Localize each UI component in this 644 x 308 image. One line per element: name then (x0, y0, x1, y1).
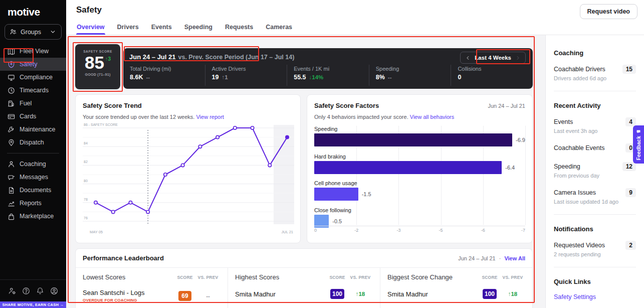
tab-events[interactable]: Events (151, 21, 172, 35)
factor-bar[interactable] (314, 161, 502, 174)
safety-settings-link[interactable]: Safety Settings (554, 293, 636, 300)
sidebar-item-fuel[interactable]: Fuel (0, 97, 66, 110)
page-header: Safety Request video Overview Drivers Ev… (66, 0, 644, 35)
leaderboard-row[interactable]: Smita Madhur 100 ↑18 (235, 289, 373, 299)
bell-icon[interactable] (36, 287, 44, 295)
axis-tick-label: -6 (481, 228, 485, 233)
tab-overview[interactable]: Overview (76, 21, 105, 35)
sidebar-item-label: Maintenance (20, 126, 56, 133)
notifications-heading: Notifications (554, 225, 636, 233)
groups-label: Groups (21, 29, 41, 36)
score-header: SCORE (327, 275, 348, 280)
view-all-behaviors-link[interactable]: View all behaviors (410, 114, 454, 120)
help-icon[interactable] (22, 287, 30, 295)
factor-value: -1.5 (362, 191, 371, 197)
item-subtext: Last issue updated 1d ago (554, 199, 636, 205)
biggest-score-change-column: Biggest Score Change SCORE VS. PREV Smit… (380, 268, 532, 308)
camera-issues-item[interactable]: Camera Issues 9 Last issue updated 1d ag… (554, 188, 636, 205)
feedback-tab[interactable]: Feedback (633, 125, 644, 164)
stats-row: Total Driving (mi) 8.6K-- Active Drivers… (123, 65, 533, 86)
requested-videos-item[interactable]: Requested Videos 2 2 requests pending (554, 241, 636, 257)
item-subtext: 2 requests pending (554, 251, 636, 257)
stat-delta: ↑1 (222, 74, 228, 80)
factor-bar[interactable] (314, 188, 358, 201)
sidebar-item-label: Reports (20, 200, 42, 207)
trend-card-title: Safety Score Trend (83, 102, 293, 109)
sidebar-item-label: Fleet View (20, 48, 49, 55)
left-sidebar: motive Groups Fleet View Safety Complian… (0, 0, 66, 308)
sidebar-footer (0, 279, 66, 301)
recent-activity-heading: Recent Activity (554, 102, 636, 109)
credit-card-icon (8, 113, 15, 120)
stat-total-driving: Total Driving (mi) 8.6K-- (123, 65, 205, 86)
sidebar-item-cards[interactable]: Cards (0, 110, 66, 123)
quick-links-heading: Quick Links (554, 278, 636, 285)
sidebar-item-fleet-view[interactable]: Fleet View (0, 45, 66, 58)
safety-score-factors-card: Safety Score Factors Jun 24 – Jul 21 Onl… (307, 94, 533, 243)
location-pin-icon (8, 139, 15, 146)
tab-requests[interactable]: Requests (225, 21, 254, 35)
safety-score-trend-card: Safety Score Trend Your score trended up… (75, 94, 301, 243)
admin-icon[interactable] (8, 287, 16, 295)
factors-gridline (525, 126, 526, 225)
sidebar-item-label: Fuel (20, 100, 32, 107)
factor-label: Cell phone usage (314, 180, 525, 186)
leaderboard-row[interactable]: Smita Madhur 100 ↑18 (387, 289, 525, 299)
account-icon[interactable] (50, 287, 58, 295)
performance-leaderboard-card: Performance Leaderboard Jun 24 – Jul 21 … (75, 248, 533, 308)
date-range-button[interactable]: Last 4 Weeks (460, 52, 526, 64)
events-item[interactable]: Events 4 Last event 3h ago (554, 117, 636, 134)
score-badge: 100 (483, 289, 497, 299)
coachable-events-item[interactable]: Coachable Events 0 (554, 143, 636, 152)
sidebar-item-label: Documents (20, 187, 51, 194)
tab-cameras[interactable]: Cameras (265, 21, 293, 35)
dot-separator: · (499, 255, 501, 261)
stat-label: Events / 1K mi (294, 66, 369, 72)
svg-text:82: 82 (84, 160, 88, 164)
factor-bar[interactable] (314, 133, 512, 146)
speeding-item[interactable]: Speeding 12 From previous day (554, 162, 636, 179)
monitor-icon (8, 74, 15, 81)
share-banner[interactable]: SHARE MOTIVE, EARN CASH → (0, 301, 66, 308)
tab-speeding[interactable]: Speeding (184, 21, 213, 35)
sidebar-item-maintenance[interactable]: Maintenance (0, 123, 66, 136)
vs-prev-header: VS. PREV (195, 275, 221, 280)
chevron-right-icon[interactable] (515, 55, 521, 61)
stat-delta: ↓14% (309, 74, 324, 80)
axis-tick-label: 0 (314, 228, 317, 233)
view-all-link[interactable]: View All (504, 255, 525, 261)
item-label: Requested Videos (554, 242, 605, 249)
view-report-link[interactable]: View report (196, 114, 224, 120)
item-subtext: Drivers added 6d ago (554, 75, 636, 81)
axis-tick-label: -3 (396, 228, 400, 233)
tab-drivers[interactable]: Drivers (117, 21, 139, 35)
leaderboard-row[interactable]: Sean Santschi - Logs OVERDUE FOR COACHIN… (83, 289, 221, 302)
sidebar-item-documents[interactable]: Documents (0, 184, 66, 197)
feedback-label: Feedback (635, 136, 641, 160)
chat-icon (8, 174, 15, 181)
coachable-drivers-item[interactable]: Coachable Drivers 15 Drivers added 6d ag… (554, 65, 636, 81)
sidebar-item-safety[interactable]: Safety (0, 58, 66, 71)
sidebar-item-reports[interactable]: Reports (0, 197, 66, 210)
stat-delta: -- (146, 74, 150, 80)
stat-value: 55.5 (294, 74, 306, 81)
panel-divider (554, 267, 636, 267)
sidebar-item-marketplace[interactable]: Marketplace (0, 210, 66, 223)
sidebar-item-label: Coaching (20, 161, 46, 168)
chevron-left-icon[interactable] (465, 55, 471, 61)
shield-icon (8, 61, 15, 68)
factor-label: Close following (314, 207, 525, 213)
comparison-period: vs. Prev. Score Period (Jun 17 – Jul 14) (178, 54, 295, 61)
sidebar-item-dispatch[interactable]: Dispatch (0, 136, 66, 149)
sidebar-item-timecards[interactable]: Timecards (0, 84, 66, 97)
trend-chart: 767880828486 - SAFETY SCOREMAY 05JUL 21 (83, 123, 294, 236)
stat-value: 8% (376, 74, 385, 81)
factor-row: Speeding-6.9 (314, 126, 525, 146)
request-video-button[interactable]: Request video (580, 4, 637, 19)
sidebar-item-compliance[interactable]: Compliance (0, 71, 66, 84)
factor-value: -0.5 (332, 218, 342, 224)
sidebar-item-coaching[interactable]: Coaching (0, 158, 66, 171)
sidebar-item-messages[interactable]: Messages (0, 171, 66, 184)
groups-dropdown[interactable]: Groups (5, 24, 62, 40)
page-title: Safety (76, 5, 102, 15)
